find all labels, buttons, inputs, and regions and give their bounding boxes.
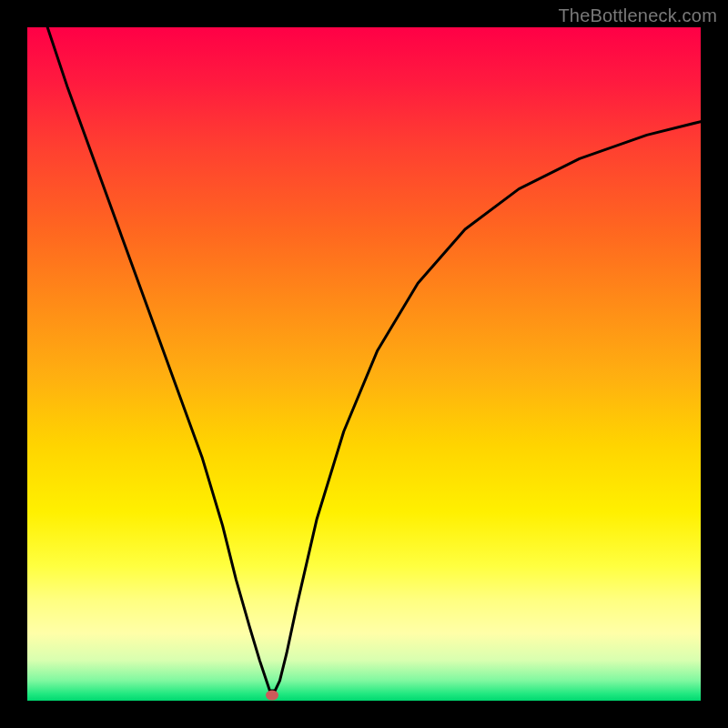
plot-area	[27, 27, 701, 701]
bottleneck-curve	[47, 27, 701, 691]
minimum-marker	[266, 691, 278, 701]
watermark-text: TheBottleneck.com	[558, 5, 717, 26]
curve-layer	[27, 27, 701, 701]
chart-stage: TheBottleneck.com	[0, 0, 728, 728]
